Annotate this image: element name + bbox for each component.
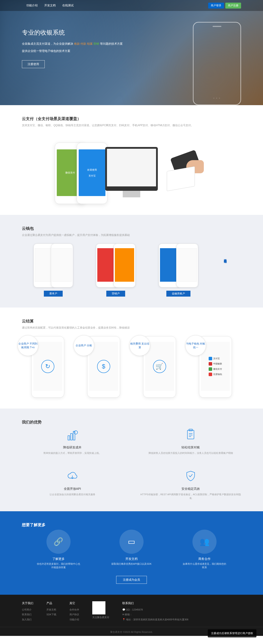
qr-label: 关注聚合易支付 xyxy=(92,616,109,619)
wallet-btn-finance[interactable]: 金融类账户 xyxy=(166,291,190,296)
flink-features[interactable]: 功能介绍 xyxy=(70,618,79,622)
section-wallet: 云钱包 企业通过聚合易支付为用户提供统一虚拟账户，提升用户支付体验，为拓展增值服… xyxy=(0,215,263,308)
flink-join[interactable]: 加入我们 xyxy=(22,618,33,622)
docs-icon: ▭ xyxy=(119,530,144,554)
section-cloudpay: 云支付（全支付场景及渠道覆盖） 支持支付宝、微信、银联、QQ钱包、快钱等主流支付… xyxy=(0,105,263,215)
flink-partner[interactable]: 合作伙伴 xyxy=(70,608,79,612)
learn-2-title: 开发文档 xyxy=(110,557,153,561)
cloud-icon xyxy=(65,468,80,484)
learn-register-button[interactable]: 注册成为会员 xyxy=(116,576,147,584)
wallet-btn-basic[interactable]: 基本户 xyxy=(44,291,63,296)
section-learn: 想要了解更多 🔗 了解更多 你也许还有更多疑问，我们的帮助中心也许能提供答案 ▭… xyxy=(0,511,263,595)
hero-title: 专业的收银系统 xyxy=(22,28,171,37)
settle-desc: 通过简单的页面配置，可以代替及简化繁琐的人工资金结算业务，提高业务实时性，降低错… xyxy=(22,326,241,330)
hero-register-button[interactable]: 注册使用 xyxy=(22,60,45,68)
contact-addr: 📍 地址：深圳市龙岗区龙岗街道龙岗大道4005号和创大厦306 xyxy=(122,618,241,622)
cart-icon: 🛒 xyxy=(153,360,166,373)
nav-feature[interactable]: 功能介绍 xyxy=(26,4,38,8)
adv-1-title: 降低研发成本 xyxy=(22,446,123,450)
svg-rect-0 xyxy=(68,436,70,440)
pay-list: 支付宝 中国银联 微信支付 百度钱包 xyxy=(206,355,224,378)
hero-desc-2: 提供企业统一管理电子钱包的技术方案 xyxy=(22,48,171,54)
adv-4-desc: HTTPS传输加密，REST API调用数字签名验证，ACL权限控制，严格保护客… xyxy=(140,493,241,500)
toast-message: 注册成功后请联系管理进行商户授权 xyxy=(208,629,256,636)
hero-phone-mock xyxy=(193,22,241,105)
moneybag-icon: $ xyxy=(97,360,110,373)
adv-title: 我们的优势 xyxy=(22,420,241,425)
flink-agree[interactable]: 用户协议 xyxy=(70,613,79,616)
qr-code xyxy=(92,601,105,614)
wallet-desc: 企业通过聚合易支付为用户提供统一虚拟账户，提升用户支付体验，为拓展增值服务提供基… xyxy=(22,233,241,237)
fcol-3-h: 其它 xyxy=(70,601,79,605)
adv-1-desc: 简单快速的接入方式，帮助开发同学，实现快速上线。 xyxy=(22,451,123,455)
hero-desc-1: 全面集成主流支付渠道，为企业提供解决 收款 付款 结算 营销 等问题的技术方案 xyxy=(22,41,171,46)
settle-badge-3: 相关费用 支出结算 xyxy=(129,335,150,356)
settle-badge-4: 与电子钱包 对账统一 xyxy=(185,335,206,356)
learn-1-desc: 你也许还有更多疑问，我们的帮助中心也许能提供答案 xyxy=(37,562,80,569)
settle-badge-1: 企业商户 不同到账周期 T+n xyxy=(18,335,38,356)
settle-badge-2: 企业商户 分账 xyxy=(73,335,94,356)
fcol-1-h: 关于我们 xyxy=(22,601,33,605)
nav-test[interactable]: 在线测试 xyxy=(62,4,74,8)
login-button[interactable]: 商户登录 xyxy=(208,3,224,8)
wallet-btn-marketing[interactable]: 营销户 xyxy=(106,291,125,296)
learn-3-desc: 如果有什么需求或者意见，我们期待您的联系 xyxy=(183,562,226,569)
section-settle: 云结算 通过简单的页面配置，可以代替及简化繁琐的人工资金结算业务，提高业务实时性… xyxy=(0,308,263,408)
clipboard-icon xyxy=(183,427,198,442)
people-icon: 👥 xyxy=(192,530,216,554)
adv-4-title: 安全稳定高效 xyxy=(140,487,241,491)
link-icon: 🔗 xyxy=(47,530,71,554)
adv-3-title: 全面开放API xyxy=(22,487,123,491)
flink-sdk[interactable]: SDK下载 xyxy=(47,613,56,616)
cloudpay-desc: 支持支付宝、微信、银联、QQ钱包、快钱等主流支付渠道。让您拥有PC网页支付、扫码… xyxy=(22,124,241,127)
contact-email: ✉ 邮箱： xyxy=(122,613,241,616)
contact-qq: 💬 QQ：12345678 xyxy=(122,608,241,612)
svg-point-3 xyxy=(74,431,78,434)
chart-icon xyxy=(65,427,80,442)
main-nav: 功能介绍 开发文档 在线测试 xyxy=(26,4,74,8)
learn-1-title: 了解更多 xyxy=(37,557,80,561)
adv-2-desc: 降低财务人员在结算方面投入的时间和精力，业务人员也可以轻松查看账户明细 xyxy=(140,451,241,455)
cycle-icon: ↻ xyxy=(41,360,54,373)
wallet-title: 云钱包 xyxy=(22,226,241,231)
adv-3-desc: 让企业更加自主的使用聚合易支付相关服务 xyxy=(22,493,123,496)
learn-2-desc: 获取我们继承优秀的API接口以及SDK xyxy=(110,562,153,566)
shield-icon xyxy=(183,468,198,484)
adv-2-title: 轻松结算对账 xyxy=(140,446,241,450)
flink-devdoc[interactable]: 开发文档 xyxy=(47,608,56,612)
learn-3-title: 商务合作 xyxy=(183,557,226,561)
section-advantage: 我们的优势 降低研发成本 简单快速的接入方式，帮助开发同学，实现快速上线。 轻松… xyxy=(0,408,263,511)
learn-title: 想要了解更多 xyxy=(22,522,241,528)
svg-rect-1 xyxy=(71,434,72,440)
svg-rect-4 xyxy=(187,430,194,439)
register-button[interactable]: 商户注册 xyxy=(225,3,241,8)
fcol-contact-h: 联系我们 xyxy=(122,601,241,605)
cloudpay-title: 云支付（全支付场景及渠道覆盖） xyxy=(22,116,241,121)
settle-title: 云结算 xyxy=(22,318,241,324)
flink-about[interactable]: 公司简介 xyxy=(22,608,33,612)
hero: 专业的收银系统 全面集成主流支付渠道，为企业提供解决 收款 付款 结算 营销 等… xyxy=(0,0,263,105)
header: 功能介绍 开发文档 在线测试 商户登录 商户注册 xyxy=(0,0,263,11)
fcol-2-h: 产品 xyxy=(47,601,56,605)
nav-docs[interactable]: 开发文档 xyxy=(44,4,56,8)
wallet-more: 更多账户 敬请期待 xyxy=(223,244,227,258)
flink-contact[interactable]: 联系我们 xyxy=(22,613,33,616)
cloudpay-image: 微信支付 欢迎使用支付宝 xyxy=(22,134,241,204)
